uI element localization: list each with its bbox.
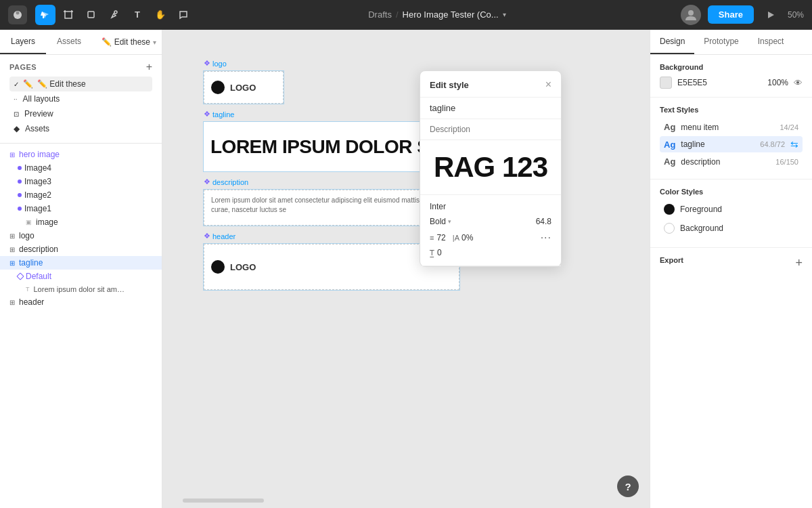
background-hex[interactable]: E5E5E5 [677, 78, 762, 87]
tagline-frame-label: ❖ tagline [204, 110, 234, 119]
layer-hero-image[interactable]: ⊞ hero image [0, 148, 162, 161]
add-export-button[interactable]: + [795, 257, 803, 269]
diamond-icon [16, 272, 24, 280]
color-styles-section: Color Styles Foreground Background [650, 179, 812, 248]
layer-tagline[interactable]: ⊞ tagline [0, 256, 162, 270]
tab-prototype[interactable]: Prototype [694, 30, 748, 54]
layer-description[interactable]: ⊞ description [0, 242, 162, 256]
layer-label: image [36, 217, 58, 227]
layer-label: header [19, 297, 44, 307]
tool-frame[interactable] [58, 5, 78, 25]
modal-close-button[interactable]: × [545, 79, 551, 90]
canvas[interactable]: ❖ logo LOGO ❖ tagline LOREM IPSUM DOLOR … [162, 30, 650, 508]
logo-frame-label: ❖ logo [204, 59, 227, 68]
layer-image4[interactable]: Image4 [0, 161, 162, 175]
help-button[interactable]: ? [617, 475, 639, 497]
layer-logo[interactable]: ⊞ logo [0, 229, 162, 242]
svg-point-9 [688, 10, 694, 16]
layer-image3[interactable]: Image3 [0, 175, 162, 188]
main-layout: Layers Assets ✏️ Layers Edit these ▾ Pag… [0, 30, 812, 508]
tab-assets[interactable]: Assets [46, 30, 92, 54]
page-item-all-layouts[interactable]: ·· All layouts [9, 91, 152, 106]
tab-layers[interactable]: Layers [0, 30, 46, 54]
edit-style-icon[interactable]: ⇆ [790, 139, 798, 150]
text-style-tagline[interactable]: Ag tagline 64.8/72 ⇆ [660, 136, 803, 152]
tab-design[interactable]: Design [650, 30, 694, 54]
layer-image[interactable]: ▣ image [0, 215, 162, 229]
tool-comment[interactable] [173, 5, 194, 25]
pages-section: Pages + ✓ ✏️ ✏️ Edit these ·· All layout… [0, 55, 162, 144]
foreground-swatch [664, 204, 675, 215]
color-style-background[interactable]: Background [660, 220, 803, 236]
breadcrumb-drafts[interactable]: Drafts [368, 9, 392, 20]
text-style-description[interactable]: Ag description 16/150 [660, 154, 803, 169]
logo-box: LOGO [204, 71, 284, 104]
page-item-assets[interactable]: ◆ Assets [9, 121, 152, 136]
page-label: Preview [24, 109, 53, 119]
tab-inspect[interactable]: Inspect [748, 30, 794, 54]
layer-lorem-text[interactable]: T Lorem ipsum dolor sit amet consectetur [0, 283, 162, 295]
tool-shapes[interactable] [81, 5, 102, 25]
modal-header: Edit style × [420, 71, 561, 98]
svg-marker-10 [768, 12, 774, 18]
logo-circle-icon [211, 81, 225, 94]
background-color-label: Background [680, 224, 723, 233]
letter-spacing-value: 0% [461, 233, 473, 242]
right-panel: Design Prototype Inspect Background E5E5… [650, 30, 812, 508]
header-logo-text: LOGO [230, 262, 256, 272]
background-swatch[interactable] [660, 77, 672, 89]
avatar[interactable] [681, 5, 701, 25]
page-item-edit-these[interactable]: ✓ ✏️ ✏️ Edit these [9, 77, 152, 91]
style-description-input[interactable] [420, 119, 561, 140]
layer-image2[interactable]: Image2 [0, 188, 162, 202]
tool-move[interactable] [35, 5, 55, 25]
layer-image1[interactable]: Image1 [0, 202, 162, 215]
layer-label: Image4 [24, 163, 51, 173]
play-button[interactable] [761, 5, 781, 25]
background-row[interactable]: E5E5E5 100% 👁 [660, 77, 803, 89]
app-logo[interactable] [8, 5, 27, 24]
tool-pen[interactable] [104, 5, 125, 25]
page-item-preview[interactable]: ⊡ Preview [9, 106, 152, 121]
background-section: Background E5E5E5 100% 👁 [650, 55, 812, 98]
right-panel-tabs: Design Prototype Inspect [650, 30, 812, 55]
style-meta: 14/24 [780, 123, 798, 131]
color-style-foreground[interactable]: Foreground [660, 201, 803, 217]
more-options[interactable]: ··· [541, 232, 551, 244]
letter-spacing-item: |A 0% [453, 232, 474, 244]
layer-label: Image1 [24, 204, 51, 213]
background-opacity[interactable]: 100% [767, 78, 788, 87]
tool-text[interactable]: T [127, 5, 148, 25]
check-icon: ✓ [14, 81, 19, 88]
add-page-button[interactable]: + [146, 62, 152, 72]
weight-value[interactable]: Bold ▾ [430, 217, 451, 226]
topbar: T ✋ Drafts / Hero Image Tester (Co... ▾ … [0, 0, 812, 30]
svg-point-1 [16, 11, 20, 14]
edit-these-button[interactable]: ✏️ Layers Edit these ▾ [102, 30, 162, 54]
layer-label: Lorem ipsum dolor sit amet consectetur [34, 285, 129, 293]
left-panel-tabs: Layers Assets ✏️ Layers Edit these ▾ [0, 30, 162, 55]
prop-line-height-row: ≡ 72 |A 0% ··· [430, 232, 551, 244]
breadcrumb: Drafts / Hero Image Tester (Co... ▾ [199, 9, 675, 20]
logo-frame[interactable]: ❖ logo LOGO [203, 70, 284, 104]
layer-label: Image2 [24, 190, 51, 200]
file-name[interactable]: Hero Image Tester (Co... [403, 9, 499, 20]
tool-hand[interactable]: ✋ [150, 5, 171, 25]
zoom-level[interactable]: 50% [788, 10, 804, 20]
modal-title: Edit style [430, 80, 469, 90]
logo-text: LOGO [230, 83, 256, 93]
chevron-down-icon[interactable]: ▾ [503, 11, 506, 18]
style-meta: 64.8/72 [760, 140, 785, 148]
size-value: 64.8 [536, 217, 551, 226]
layer-label: Default [26, 272, 51, 281]
visibility-toggle[interactable]: 👁 [794, 78, 803, 88]
layer-default[interactable]: Default [0, 270, 162, 283]
layer-label: hero image [19, 150, 60, 159]
baseline-icon: T̲ [430, 249, 434, 257]
text-style-menu-item[interactable]: Ag menu item 14/24 [660, 119, 803, 135]
layer-header[interactable]: ⊞ header [0, 295, 162, 309]
horizontal-scrollbar[interactable] [183, 499, 264, 503]
style-name-input[interactable] [420, 98, 561, 119]
prop-baseline-row: T̲ 0 [430, 248, 551, 257]
share-button[interactable]: Share [708, 5, 754, 24]
